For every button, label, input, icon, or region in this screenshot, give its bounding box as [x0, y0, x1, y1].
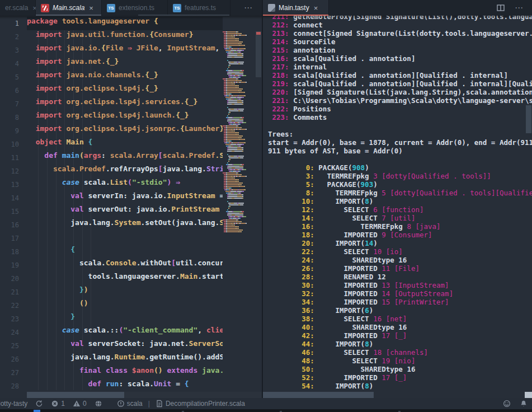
code-line: object Main { [27, 138, 223, 151]
typescript-file-icon: TS [173, 4, 181, 12]
code-line: java.lang.Runtime.getRuntime().addSh [27, 353, 223, 366]
problems-warnings[interactable]: 0 [73, 400, 87, 408]
tasty-line: 214: SourceFile [268, 38, 532, 46]
line-number[interactable]: 18 [0, 245, 19, 259]
line-number[interactable]: 13 [0, 178, 19, 191]
tab-label: Main.scala [53, 4, 84, 12]
line-number[interactable]: 4 [0, 57, 19, 71]
typescript-file-icon: TS [107, 4, 115, 12]
tasty-line: 223: Comments [268, 113, 532, 121]
tasty-line: 26: IMPORTED 11 [File] [268, 264, 532, 273]
more-tabs-icon[interactable]: ⋯ [244, 0, 253, 16]
code-line: package tools.languageserver { [27, 17, 223, 30]
tasty-line: 16: TERMREFpkg 8 [java] [268, 222, 532, 231]
line-number[interactable]: 7 [0, 97, 19, 111]
line-number[interactable]: 16 [0, 218, 19, 232]
code-line: def run: scala.Unit = { [27, 380, 223, 393]
code-line: val serverSocket: java.net.ServerSoc [27, 339, 223, 353]
tasty-line: 54: IMPORT(8) [268, 382, 532, 390]
line-number[interactable]: 22 [0, 299, 19, 312]
more-actions-icon[interactable]: ⋯ [515, 0, 524, 16]
live-share-button[interactable] [95, 400, 102, 408]
tab-main-scala[interactable]: Main.scala × [36, 0, 102, 16]
tasty-line: 32: IMPORTED 14 [OutputStream] [268, 289, 532, 298]
code-line: scala.Console.withOut[util.concurr [27, 259, 223, 272]
tasty-line: 14: SELECT 7 [util] [268, 214, 532, 222]
warning-count: 0 [83, 400, 87, 408]
tasty-line: 219: scala[Qualified . annotation][Quali… [268, 79, 532, 88]
line-number[interactable]: 3 [0, 44, 19, 57]
tab-bar-right: Main.tasty × ⋯ [263, 0, 532, 16]
scala-file-icon [41, 4, 49, 12]
line-number[interactable]: 17 [0, 232, 19, 245]
tasty-line: 221: C:\Users\Tobias\Programming\Scala\d… [268, 96, 532, 105]
close-icon[interactable]: × [314, 4, 318, 12]
line-number[interactable]: 24 [0, 326, 19, 339]
tasty-line: 40: SHAREDtype 16 [268, 323, 532, 331]
minimap[interactable] [223, 31, 255, 255]
line-number[interactable]: 9 [0, 124, 19, 138]
git-branch-indicator[interactable]: dotty-tasty [0, 400, 27, 408]
line-number[interactable]: 25 [0, 339, 19, 353]
line-number[interactable]: 23 [0, 312, 19, 326]
code-line: java.lang.System.setOut(java.lang.Sy [27, 218, 223, 232]
close-icon[interactable]: × [89, 4, 93, 12]
line-number[interactable]: 28 [0, 380, 19, 393]
line-number[interactable]: 27 [0, 366, 19, 380]
left-hscrollbar-thumb[interactable] [27, 392, 124, 398]
line-number[interactable]: 12 [0, 165, 19, 178]
code-lines: package tools.languageserver { import ja… [27, 17, 223, 398]
line-number[interactable]: 26 [0, 353, 19, 366]
overview-ruler[interactable] [255, 31, 262, 398]
code-line: } [27, 312, 223, 326]
tasty-output: 211: getRemoteProxy[Signed Signature(Lis… [268, 16, 532, 390]
tasty-line: 5: PACKAGE(903) [268, 180, 532, 189]
tasty-line [268, 155, 532, 163]
line-number[interactable]: 20 [0, 272, 19, 285]
code-line: import org.eclipse.lsp4j.services.{_} [27, 97, 223, 111]
line-number[interactable]: 15 [0, 205, 19, 218]
tasty-line: 50: SHAREDtype 16 [268, 365, 532, 373]
tasty-line: 213: connect[Signed Signature(List(dotty… [268, 29, 532, 38]
line-number[interactable]: 21 [0, 285, 19, 299]
right-hscrollbar-thumb[interactable] [263, 392, 374, 398]
tab-extension-ts[interactable]: TS extension.ts [102, 0, 168, 16]
editor-main-tasty[interactable]: 211: getRemoteProxy[Signed Signature(Lis… [263, 16, 532, 398]
line-number[interactable]: 1 [0, 17, 19, 30]
tab-main-tasty[interactable]: Main.tasty × [263, 0, 329, 16]
tasty-line: 38: SELECT 16 [net] [268, 315, 532, 323]
sync-button[interactable] [35, 400, 43, 408]
notifications-bell-icon[interactable] [520, 400, 528, 408]
vertical-scrollbar-thumb[interactable] [256, 31, 261, 77]
line-number[interactable]: 11 [0, 151, 19, 165]
code-line: import java.util.function.{Consumer} [27, 30, 223, 44]
line-number[interactable]: 6 [0, 84, 19, 97]
right-vscrollbar-thumb[interactable] [526, 105, 531, 133]
code-line: val serverOut: java.io.PrintStream = [27, 205, 223, 218]
code-line: case scala.List("-stdio") ⇒ [27, 178, 223, 191]
code-line: import java.nio.channels.{_} [27, 71, 223, 84]
split-editor-icon[interactable] [497, 4, 505, 14]
line-number[interactable]: 2 [0, 30, 19, 44]
os-taskbar-strip [0, 409, 532, 412]
language-status[interactable]: scala | DecompilationPrinter.scala [117, 400, 245, 408]
line-number[interactable]: 19 [0, 259, 19, 272]
line-number[interactable]: 5 [0, 71, 19, 84]
problems-errors[interactable]: 1 [51, 400, 65, 408]
line-number[interactable]: 14 [0, 191, 19, 205]
tasty-line: 0: PACKAGE(908) [268, 163, 532, 172]
tab-er-scala[interactable]: er.scala × [0, 0, 36, 16]
globe-icon [95, 400, 102, 408]
tasty-line: 44: IMPORT(8) [268, 340, 532, 348]
tab-label: Main.tasty [279, 4, 309, 12]
status-bar: dotty-tasty 1 0 [0, 398, 532, 409]
editor-main-scala[interactable]: 1234567891011121314151617181920212223242… [0, 16, 262, 398]
tasty-line: 216: scala[Qualified . annotation] [268, 54, 532, 63]
code-line [27, 232, 223, 245]
line-number[interactable]: 10 [0, 138, 19, 151]
tasty-line: 52: IMPORTED 17 [_] [268, 373, 532, 382]
line-number-gutter[interactable]: 1234567891011121314151617181920212223242… [0, 17, 19, 393]
feedback-smiley-icon[interactable] [503, 400, 511, 408]
tab-features-ts[interactable]: TS features.ts [168, 0, 230, 16]
line-number[interactable]: 8 [0, 111, 19, 124]
